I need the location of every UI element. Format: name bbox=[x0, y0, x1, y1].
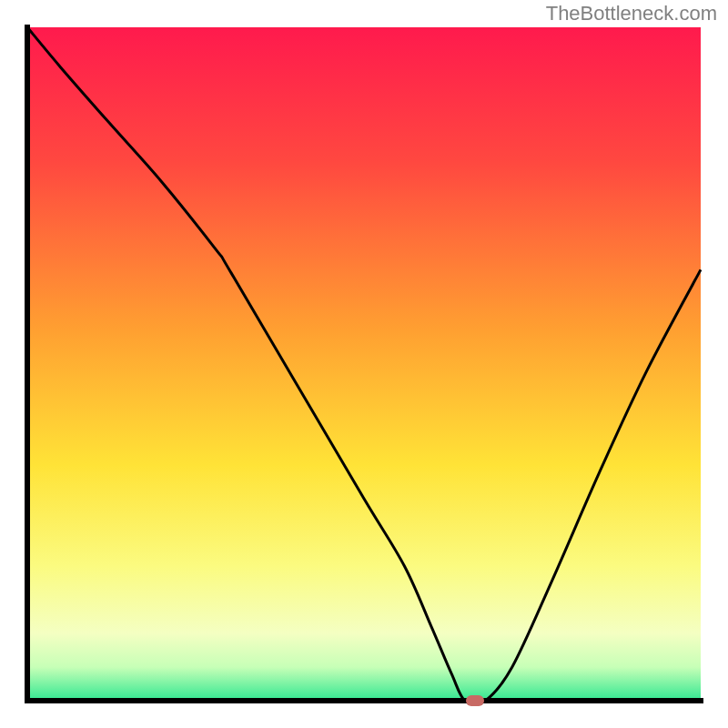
optimal-point-marker bbox=[466, 695, 484, 706]
chart-svg bbox=[0, 0, 728, 728]
chart-container: TheBottleneck.com bbox=[0, 0, 728, 728]
plot-background bbox=[27, 27, 701, 701]
watermark-text: TheBottleneck.com bbox=[546, 2, 717, 25]
